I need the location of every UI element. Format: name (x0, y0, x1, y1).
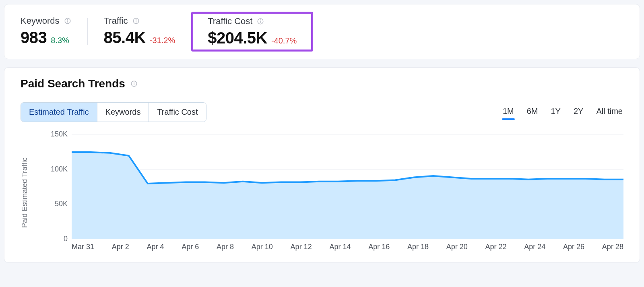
x-tick-label: Apr 14 (329, 243, 351, 251)
x-tick-label: Apr 8 (217, 243, 234, 251)
kpi-label: Traffic (104, 16, 128, 26)
chart-plot-area[interactable]: 050K100K150K (35, 134, 623, 239)
info-icon[interactable] (130, 80, 138, 88)
metric-tab-keywords[interactable]: Keywords (97, 103, 149, 122)
metric-tab-group: Estimated TrafficKeywordsTraffic Cost (21, 102, 206, 122)
kpi-label: Keywords (21, 16, 60, 26)
range-1y[interactable]: 1Y (550, 105, 561, 119)
kpi-value: $204.5K (208, 29, 267, 47)
x-tick-label: Apr 2 (112, 243, 129, 251)
kpi-card: Keywords9838.3%Traffic85.4K-31.2%Traffic… (4, 4, 640, 59)
x-tick-label: Mar 31 (72, 243, 94, 251)
x-tick-label: Apr 20 (446, 243, 468, 251)
kpi-traffic[interactable]: Traffic85.4K-31.2% (88, 14, 192, 49)
trends-toolbar: Estimated TrafficKeywordsTraffic Cost 1M… (4, 90, 640, 122)
info-icon[interactable] (132, 17, 140, 25)
kpi-delta: -40.7% (271, 36, 297, 45)
x-tick-label: Apr 6 (182, 243, 199, 251)
y-tick-label: 0 (35, 235, 68, 243)
x-tick-label: Apr 18 (407, 243, 429, 251)
range-1m[interactable]: 1M (502, 105, 515, 119)
gridline (72, 239, 623, 239)
kpi-delta: 8.3% (51, 36, 69, 45)
kpi-traffic-cost[interactable]: Traffic Cost$204.5K-40.7% (191, 12, 313, 52)
paid-search-trends-card: Paid Search Trends Estimated TrafficKeyw… (4, 67, 640, 263)
trends-title: Paid Search Trends (21, 77, 125, 90)
time-range-group: 1M6M1Y2YAll time (502, 105, 623, 119)
x-tick-label: Apr 4 (147, 243, 164, 251)
range-6m[interactable]: 6M (526, 105, 539, 119)
svg-point-8 (260, 20, 261, 20)
svg-point-2 (67, 19, 68, 20)
svg-point-11 (134, 82, 134, 83)
x-axis: Mar 31Apr 2Apr 4Apr 6Apr 8Apr 10Apr 12Ap… (72, 243, 623, 251)
x-tick-label: Apr 24 (524, 243, 545, 251)
y-axis-title: Paid Estimated Traffic (21, 134, 29, 251)
trend-chart-svg (72, 134, 623, 239)
x-tick-label: Apr 26 (563, 243, 584, 251)
x-tick-label: Apr 22 (485, 243, 507, 251)
info-icon[interactable] (256, 17, 264, 25)
kpi-keywords[interactable]: Keywords9838.3% (4, 14, 88, 49)
x-tick-label: Apr 28 (602, 243, 623, 251)
x-tick-label: Apr 10 (252, 243, 273, 251)
chart-container: Paid Estimated Traffic 050K100K150K Mar … (4, 122, 640, 251)
info-icon[interactable] (64, 17, 72, 25)
kpi-value: 85.4K (104, 29, 146, 47)
y-tick-label: 50K (35, 200, 68, 208)
range-2y[interactable]: 2Y (573, 105, 584, 119)
kpi-delta: -31.2% (150, 36, 175, 45)
svg-point-5 (136, 19, 136, 20)
range-all-time[interactable]: All time (595, 105, 623, 119)
x-tick-label: Apr 12 (291, 243, 312, 251)
metric-tab-estimated-traffic[interactable]: Estimated Traffic (21, 103, 97, 122)
kpi-label: Traffic Cost (208, 16, 252, 27)
x-tick-label: Apr 16 (368, 243, 390, 251)
y-tick-label: 100K (35, 165, 68, 173)
metric-tab-traffic-cost[interactable]: Traffic Cost (149, 103, 206, 122)
kpi-value: 983 (21, 29, 47, 47)
y-tick-label: 150K (35, 130, 68, 138)
